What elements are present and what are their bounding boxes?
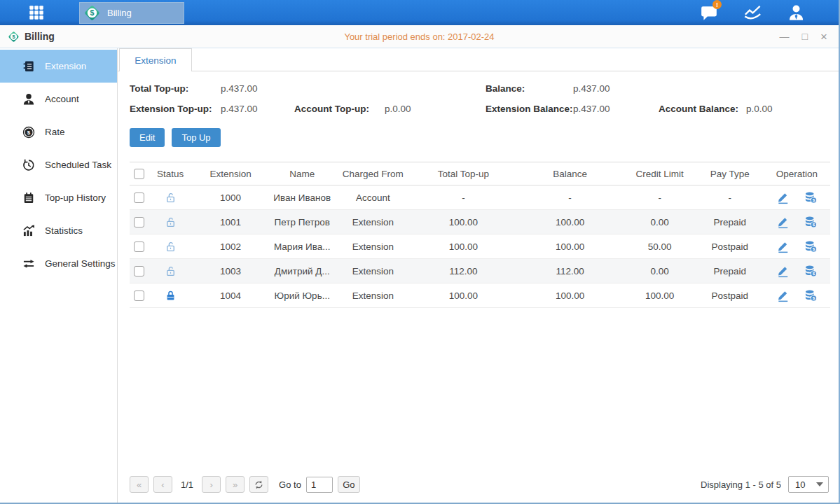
cell-credit-limit: 100.00 bbox=[624, 284, 696, 308]
last-page-button[interactable]: » bbox=[226, 476, 245, 493]
cell-name: Иван Иванов bbox=[268, 186, 336, 210]
edit-extension-button[interactable] bbox=[776, 190, 790, 204]
goto-page-input[interactable] bbox=[306, 477, 333, 493]
table-row[interactable]: 1003 Дмитрий Д... Extension 112.00 112.0… bbox=[130, 259, 830, 284]
table-row[interactable]: 1000 Иван Иванов Account - - - - bbox=[130, 186, 830, 210]
table-row[interactable]: 1004 Юрий Юрь... Extension 100.00 100.00… bbox=[130, 284, 830, 308]
extension-balance-value: p.437.00 bbox=[573, 104, 659, 114]
topbar-tab-billing[interactable]: Billing bbox=[79, 2, 184, 24]
sidebar-item-label: Scheduled Task bbox=[45, 160, 111, 170]
sidebar-item-account[interactable]: Account bbox=[0, 83, 117, 115]
edit-extension-button[interactable] bbox=[776, 264, 790, 278]
cell-total-topup: 100.00 bbox=[410, 210, 516, 234]
row-checkbox[interactable] bbox=[134, 192, 144, 203]
sidebar-item-label: Statistics bbox=[45, 225, 83, 236]
account-topup-value: p.0.00 bbox=[385, 104, 486, 114]
sidebar-item-general-settings[interactable]: General Settings bbox=[0, 247, 117, 280]
go-button[interactable]: Go bbox=[338, 476, 360, 493]
sidebar-item-label: Extension bbox=[45, 61, 86, 71]
tab-extension[interactable]: Extension bbox=[119, 48, 192, 71]
sidebar-item-label: Top-up History bbox=[45, 192, 106, 203]
cell-pay-type: Prepaid bbox=[696, 259, 764, 284]
cell-pay-type: Postpaid bbox=[696, 284, 764, 308]
app-grid-button[interactable] bbox=[27, 3, 46, 22]
status-unlocked-icon[interactable] bbox=[164, 265, 177, 278]
sidebar-item-extension[interactable]: Extension bbox=[0, 50, 117, 83]
cell-charged-from: Extension bbox=[336, 234, 410, 259]
sidebar-item-statistics[interactable]: Statistics bbox=[0, 214, 117, 247]
prev-page-button[interactable]: ‹ bbox=[153, 476, 172, 493]
cell-charged-from: Account bbox=[336, 186, 410, 210]
topup-extension-button[interactable] bbox=[804, 264, 818, 278]
balance-value: p.437.00 bbox=[573, 83, 659, 94]
pencil-icon bbox=[776, 288, 790, 302]
topup-extension-button[interactable] bbox=[804, 215, 818, 229]
topup-extension-button[interactable] bbox=[804, 190, 818, 204]
coins-icon bbox=[804, 264, 818, 278]
user-icon bbox=[787, 4, 806, 22]
account-balance-value: p.0.00 bbox=[746, 104, 830, 114]
monitor-button[interactable] bbox=[742, 3, 763, 22]
cell-extension: 1004 bbox=[193, 284, 268, 308]
cell-total-topup: - bbox=[410, 186, 516, 210]
edit-extension-button[interactable] bbox=[776, 239, 790, 253]
coins-icon bbox=[804, 215, 818, 229]
row-checkbox[interactable] bbox=[134, 290, 144, 301]
cell-balance: 100.00 bbox=[517, 284, 624, 308]
edit-extension-button[interactable] bbox=[776, 215, 790, 229]
total-topup-label: Total Top-up: bbox=[130, 83, 221, 94]
trend-chart-icon bbox=[743, 4, 762, 22]
extension-topup-label: Extension Top-up: bbox=[130, 104, 221, 114]
cell-balance: - bbox=[517, 186, 624, 210]
col-pay-type: Pay Type bbox=[696, 162, 764, 186]
sidebar-item-rate[interactable]: Rate bbox=[0, 115, 117, 148]
cell-credit-limit: - bbox=[624, 186, 696, 210]
status-unlocked-icon[interactable] bbox=[164, 216, 177, 229]
balance-label: Balance: bbox=[486, 83, 573, 94]
sidebar-item-scheduled-task[interactable]: Scheduled Task bbox=[0, 148, 117, 181]
minimize-button[interactable]: — bbox=[780, 31, 790, 41]
sidebar-item-top-up-history[interactable]: Top-up History bbox=[0, 181, 117, 214]
user-button[interactable] bbox=[785, 3, 806, 22]
cell-extension: 1003 bbox=[193, 259, 268, 284]
cell-total-topup: 100.00 bbox=[410, 234, 516, 259]
cell-total-topup: 100.00 bbox=[410, 284, 516, 308]
edit-button[interactable]: Edit bbox=[130, 128, 165, 147]
cell-balance: 100.00 bbox=[517, 234, 624, 259]
row-checkbox[interactable] bbox=[134, 241, 144, 252]
pagination-bar: « ‹ 1/1 › » Go to Go Displaying 1 - 5 of… bbox=[130, 473, 830, 498]
refresh-button[interactable] bbox=[249, 476, 268, 493]
cell-charged-from: Extension bbox=[336, 284, 410, 308]
status-unlocked-icon[interactable] bbox=[164, 240, 177, 253]
edit-extension-button[interactable] bbox=[776, 288, 790, 302]
goto-label: Go to bbox=[279, 479, 301, 490]
app-window: Billing ! Billing Your trial period ends… bbox=[0, 0, 840, 504]
close-button[interactable]: × bbox=[820, 31, 827, 43]
col-credit-limit: Credit Limit bbox=[624, 162, 696, 186]
cell-name: Дмитрий Д... bbox=[268, 259, 336, 284]
topbar: Billing ! bbox=[0, 0, 839, 25]
window-title-label: Billing bbox=[25, 31, 55, 42]
status-locked-icon[interactable] bbox=[164, 289, 177, 302]
row-checkbox[interactable] bbox=[134, 266, 144, 276]
first-page-button[interactable]: « bbox=[130, 476, 149, 493]
page-size-select[interactable]: 10 bbox=[788, 476, 829, 493]
sidebar: Extension Account Rate Scheduled Task To… bbox=[0, 48, 118, 503]
topup-extension-button[interactable] bbox=[804, 239, 818, 253]
sidebar-item-label: Rate bbox=[45, 127, 65, 137]
table-row[interactable]: 1001 Петр Петров Extension 100.00 100.00… bbox=[130, 210, 830, 234]
row-checkbox[interactable] bbox=[134, 217, 144, 227]
table-row[interactable]: 1002 Мария Ива... Extension 100.00 100.0… bbox=[130, 234, 830, 259]
messages-button[interactable]: ! bbox=[698, 3, 719, 22]
status-unlocked-icon[interactable] bbox=[164, 191, 177, 204]
cell-name: Мария Ива... bbox=[268, 234, 336, 259]
col-name: Name bbox=[268, 162, 336, 186]
select-all-checkbox[interactable] bbox=[134, 169, 144, 179]
top-up-button[interactable]: Top Up bbox=[172, 128, 220, 147]
topup-extension-button[interactable] bbox=[804, 288, 818, 302]
next-page-button[interactable]: › bbox=[202, 476, 221, 493]
coins-icon bbox=[804, 190, 818, 204]
window-controls: — □ × bbox=[780, 31, 827, 43]
maximize-button[interactable]: □ bbox=[802, 31, 808, 41]
cell-pay-type: Postpaid bbox=[696, 234, 764, 259]
